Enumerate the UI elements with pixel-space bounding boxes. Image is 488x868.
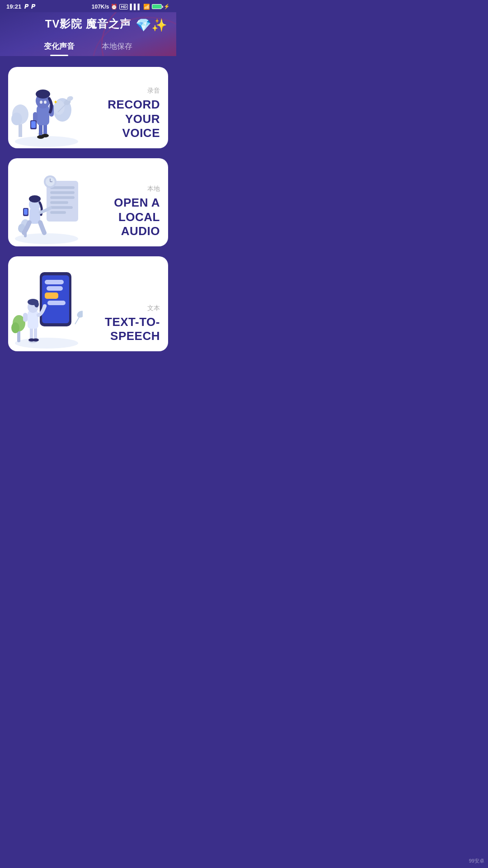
network-speed: 107K/s (92, 4, 109, 10)
svg-point-41 (29, 195, 41, 203)
hd-badge: HD (119, 4, 128, 9)
battery-icon (152, 4, 162, 9)
svg-rect-48 (47, 286, 63, 291)
svg-text:✦: ✦ (53, 99, 58, 105)
card-local-audio-label-cn: 本地 (147, 185, 160, 193)
card-tts-label-cn: 文本 (147, 304, 160, 312)
app-title: TV影院 魔音之声 (45, 17, 131, 31)
svg-point-21 (36, 90, 50, 99)
card-local-audio-label-en: OPEN A LOCAL AUDIO (85, 196, 160, 238)
svg-rect-17 (31, 121, 36, 128)
status-bar: 19:21 𝙋 𝙋 107K/s ⏰ HD ▌▌▌ 📶 ⚡ (0, 0, 176, 12)
svg-point-13 (42, 134, 49, 137)
tabs: 变化声音 本地保存 (0, 38, 176, 56)
svg-point-66 (34, 301, 39, 307)
svg-rect-43 (24, 209, 28, 215)
status-left: 19:21 𝙋 𝙋 (6, 3, 35, 10)
svg-point-53 (11, 322, 19, 333)
card-record-label-en: RECORD YOUR VOICE (85, 98, 160, 140)
svg-rect-28 (50, 196, 75, 199)
card-local-audio-illustration (8, 158, 85, 246)
app-icon-1: 𝙋 (24, 3, 28, 10)
svg-point-62 (43, 304, 47, 308)
svg-point-3 (11, 113, 22, 125)
svg-rect-47 (45, 280, 64, 284)
diamond-icon[interactable]: 💎✨ (136, 18, 167, 33)
app-title-row: TV影院 魔音之声 💎✨ (0, 12, 176, 38)
status-right: 107K/s ⏰ HD ▌▌▌ 📶 ⚡ (92, 4, 170, 10)
app-icon-2: 𝙋 (31, 3, 35, 10)
card-local-audio[interactable]: 本地 OPEN A LOCAL AUDIO (8, 158, 168, 246)
card-tts-illustration (8, 256, 85, 351)
svg-point-0 (15, 136, 78, 147)
svg-rect-50 (47, 301, 66, 305)
svg-rect-61 (28, 311, 38, 329)
card-record-illustration: ✦ (8, 67, 85, 148)
wifi-icon: 📶 (143, 4, 150, 10)
card-local-audio-text: 本地 OPEN A LOCAL AUDIO (85, 158, 168, 246)
svg-rect-63 (23, 313, 28, 322)
alarm-icon: ⏰ (111, 4, 117, 10)
svg-point-44 (15, 338, 78, 349)
svg-point-22 (40, 101, 42, 104)
signal-icon: ▌▌▌ (130, 4, 141, 10)
card-record-label-cn: 录音 (147, 87, 160, 95)
card-record[interactable]: ✦ 录音 RECORD YOUR VOICE (8, 67, 168, 148)
tab-local-save[interactable]: 本地保存 (102, 41, 132, 56)
card-tts-label-en: TEXT-TO- SPEECH (105, 315, 160, 343)
svg-rect-27 (50, 191, 75, 194)
svg-rect-49 (45, 292, 58, 299)
content-area: ✦ 录音 RECORD YOUR VOICE (0, 56, 176, 365)
tab-change-voice[interactable]: 变化声音 (44, 41, 75, 56)
card-tts[interactable]: 文本 TEXT-TO- SPEECH (8, 256, 168, 351)
battery-percent: ⚡ (164, 4, 170, 9)
svg-point-60 (33, 339, 39, 342)
card-tts-text: 文本 TEXT-TO- SPEECH (85, 256, 168, 351)
header-area: TV影院 魔音之声 💎✨ 变化声音 本地保存 (0, 12, 176, 56)
svg-rect-30 (50, 206, 73, 209)
svg-rect-29 (50, 201, 68, 204)
svg-rect-31 (50, 211, 66, 214)
time: 19:21 (6, 3, 21, 10)
card-record-text: 录音 RECORD YOUR VOICE (85, 67, 168, 148)
svg-point-23 (44, 101, 47, 104)
